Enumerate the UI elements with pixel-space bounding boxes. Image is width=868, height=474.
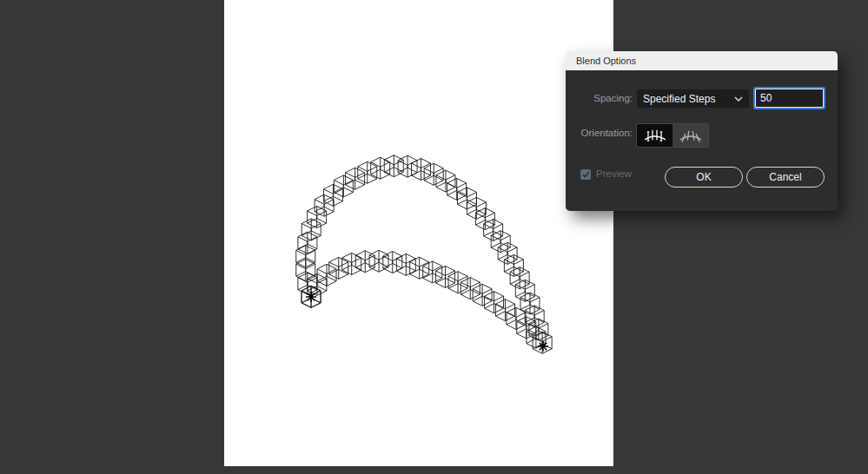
blend-anchor-marker (538, 341, 548, 352)
blend-options-dialog: Blend Options Spacing: Specified Steps O… (566, 51, 838, 211)
chevron-down-icon (734, 96, 743, 102)
dialog-body: Spacing: Specified Steps Orientation: (566, 70, 838, 211)
steps-input[interactable] (755, 89, 824, 108)
spacing-label: Spacing: (566, 93, 633, 103)
align-to-page-button[interactable] (637, 124, 673, 147)
preview-checkbox[interactable] (580, 169, 591, 180)
artboard-canvas (224, 0, 613, 466)
ok-button[interactable]: OK (665, 167, 743, 188)
dialog-titlebar[interactable]: Blend Options (566, 51, 838, 70)
checkmark-icon (582, 171, 590, 178)
blend-anchor-marker (306, 292, 316, 302)
orientation-label: Orientation: (566, 128, 633, 138)
spacing-dropdown[interactable]: Specified Steps (637, 89, 749, 108)
artwork-svg (224, 0, 613, 466)
cancel-button[interactable]: Cancel (746, 167, 825, 188)
preview-label: Preview (596, 168, 632, 179)
orientation-button-group (636, 123, 709, 148)
align-to-page-icon (642, 128, 668, 143)
spacing-dropdown-value: Specified Steps (643, 93, 715, 105)
align-to-path-icon (678, 128, 704, 143)
dialog-title: Blend Options (576, 56, 636, 66)
align-to-path-button[interactable] (673, 124, 708, 147)
